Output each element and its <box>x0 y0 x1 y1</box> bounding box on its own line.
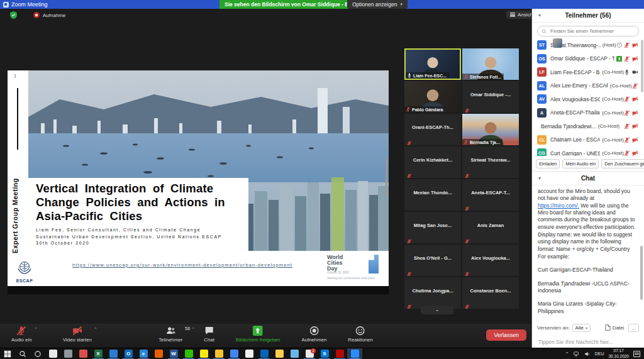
video-tile[interactable]: Aneta-ESCAP-T... <box>462 179 519 211</box>
participants-count-badge: 56 <box>185 326 190 331</box>
action-center-icon[interactable] <box>633 351 640 357</box>
video-tile[interactable]: Omar Siddique -... <box>462 81 519 113</box>
mic-muted-icon <box>16 326 26 336</box>
participant-row[interactable]: AAneta-ESCAP-Thailand(Co-Host) <box>532 106 644 120</box>
more-participants-chevron[interactable]: ⌄ <box>421 306 453 314</box>
chevron-down-icon: ▾ <box>586 326 587 330</box>
chat-more-button[interactable]: ... <box>628 324 639 332</box>
start-video-button[interactable]: ⌃ Video starten <box>63 326 92 343</box>
participant-status-icons <box>624 107 638 118</box>
folder-icon[interactable] <box>272 348 287 359</box>
participant-row[interactable]: ALAlex Lee-Emery - ESCAP -...(Co-Host) <box>532 79 644 93</box>
outlook-icon[interactable]: O <box>121 348 136 359</box>
send-to-select[interactable]: Alle▾ <box>572 324 591 332</box>
video-tile[interactable]: Liam Fee-ESC... <box>404 48 461 80</box>
edge-icon[interactable]: e <box>136 348 151 359</box>
chat-button[interactable]: Chat <box>204 326 214 343</box>
video-tile[interactable]: Cerin Kizhakket... <box>404 146 461 178</box>
collapse-chevron-icon[interactable]: ▾ <box>538 175 541 181</box>
video-tile[interactable]: Shea O'Neil - G... <box>404 245 461 276</box>
file-attach-button[interactable]: Datei <box>605 324 625 331</box>
keyboard-language[interactable]: DEU <box>595 351 604 356</box>
cam-off-icon <box>632 121 638 132</box>
record-button[interactable]: Aufnehmen <box>301 326 326 343</box>
reactions-button[interactable]: Reaktionen <box>348 326 372 343</box>
allow-attendees-button[interactable]: Den Zuschauern gestatten, di <box>601 159 644 168</box>
video-options-chevron[interactable]: ⌃ <box>94 327 97 332</box>
video-tile[interactable]: Alex Vougiouka... <box>462 245 519 276</box>
firefox-icon[interactable] <box>151 348 166 359</box>
zoom-icon[interactable] <box>347 348 362 359</box>
speaker-icon[interactable] <box>584 351 591 357</box>
slide-scrollbar[interactable] <box>386 158 387 197</box>
notepad-icon[interactable] <box>242 348 257 359</box>
notification-badge: 2 <box>311 348 316 353</box>
file-explorer-icon[interactable] <box>211 348 226 359</box>
participants-chevron[interactable]: ⌃ <box>191 327 195 332</box>
chrome-icon[interactable] <box>226 348 242 359</box>
skype-icon[interactable]: S <box>317 348 332 359</box>
remote-desktop-icon[interactable] <box>60 348 75 359</box>
word-icon[interactable]: W <box>166 348 181 359</box>
mic-muted-icon <box>464 203 470 209</box>
recording-indicator-icon[interactable] <box>33 12 40 18</box>
kakaotalk-icon[interactable] <box>196 348 211 359</box>
avatar: CG <box>537 148 547 156</box>
leave-meeting-button[interactable]: Verlassen <box>486 329 526 341</box>
participants-button[interactable]: 56 ⌃ Teilnehmer <box>158 326 182 343</box>
invite-button[interactable]: Einladen <box>536 159 560 168</box>
unmute-my-audio-button[interactable]: Mein Audio ein <box>562 159 599 168</box>
pdf-reader-icon[interactable] <box>332 348 347 359</box>
share-options-button[interactable]: Optionen anzeigen ▾ <box>347 0 408 9</box>
search-icon[interactable] <box>15 348 30 359</box>
video-tile[interactable]: Pablo Gándara <box>404 81 461 113</box>
tray-clock[interactable]: 07:17 30.10.2020 <box>608 348 629 358</box>
collapse-chevron-icon[interactable]: ▾ <box>538 13 541 18</box>
loop-icon[interactable] <box>106 348 121 359</box>
store-icon[interactable] <box>45 348 60 359</box>
meeting-info-shield-icon[interactable] <box>10 11 17 19</box>
audio-options-chevron[interactable]: ⌃ <box>34 327 38 332</box>
cortana-icon[interactable] <box>30 348 45 359</box>
chat-link[interactable]: https://miro.com/. <box>538 202 579 209</box>
onedrive-icon[interactable] <box>257 348 272 359</box>
participant-name: Alex Lee-Emery - ESCAP -... <box>550 82 608 89</box>
participant-row[interactable]: Bernadia Tjandradewi...(Co-Host) <box>532 119 644 133</box>
participant-search-box[interactable] <box>537 26 639 36</box>
unmute-audio-button[interactable]: ⌃ Audio ein <box>11 326 32 343</box>
chat-message-area: account for the Miro board, should you n… <box>532 185 644 321</box>
share-screen-button[interactable]: Bildschirm freigeben <box>236 326 280 343</box>
avatar: CL <box>537 135 547 145</box>
avatar: AV <box>537 94 547 104</box>
chat-message-input[interactable] <box>537 338 639 346</box>
slide-url-link[interactable]: https://www.unescap.org/our-work/environ… <box>72 262 299 268</box>
participant-row[interactable]: CLChatnam Lee - ESCAP...(Co-Host) <box>532 133 644 147</box>
participant-row[interactable]: AVAlex Vougioukas-ESC...(Co-Host) <box>532 92 644 106</box>
participant-row[interactable]: OSOmar Siddique - ESCAP - T... <box>532 52 644 66</box>
mail-icon[interactable]: 2 <box>302 348 317 359</box>
video-tile[interactable]: Siriwat Theeraw... <box>462 146 519 178</box>
excel-icon[interactable]: X <box>91 348 106 359</box>
chat-scrollbar[interactable] <box>640 246 643 300</box>
video-tile[interactable]: Constanze Boen... <box>462 277 519 309</box>
video-tile[interactable]: Milag San Jose... <box>404 212 461 243</box>
video-tile[interactable]: Orani-ESCAP-Th... <box>404 114 461 145</box>
start-icon[interactable] <box>0 348 15 359</box>
participants-scrollbar[interactable] <box>641 40 643 92</box>
video-tile[interactable]: Chutima Jongpa... <box>404 277 461 309</box>
video-tile[interactable]: Meelan Thondo... <box>404 179 461 211</box>
participant-search-input[interactable] <box>549 28 635 35</box>
participant-row[interactable]: CGCurt Garrigan - UNES...(Co-Host) <box>532 146 644 156</box>
tile-name-bar: Liam Fee-ESC... <box>406 72 449 79</box>
teamviewer-icon[interactable] <box>75 348 91 359</box>
avatar: OS <box>537 54 547 64</box>
paint3d-icon[interactable] <box>287 348 302 359</box>
video-tile[interactable]: Bernadia Tja... <box>462 114 519 145</box>
video-tile[interactable]: Stefanos Foti... <box>462 48 519 80</box>
participant-row[interactable]: STSiriwat Theerawong-...(Host) <box>532 38 644 52</box>
tray-chevron-icon[interactable]: ⌃ <box>565 351 569 356</box>
wechat-icon[interactable] <box>181 348 196 359</box>
video-tile[interactable]: Anis Zaman <box>462 212 519 243</box>
participant-row[interactable]: LFLiam Fee-ESCAP - Ba...(Co-Host) <box>532 65 644 79</box>
network-icon[interactable] <box>574 351 580 357</box>
